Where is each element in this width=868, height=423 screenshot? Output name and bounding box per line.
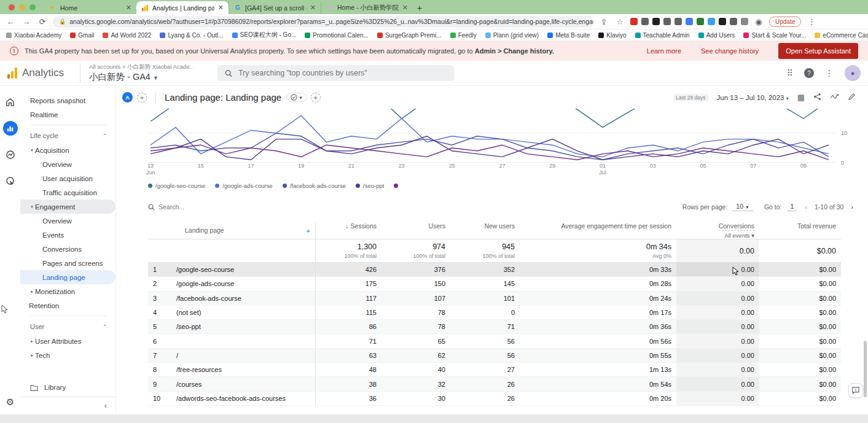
advertising-nav-icon[interactable] xyxy=(3,174,18,188)
browser-tab[interactable]: Home - 小白新势学院✕ xyxy=(321,1,413,14)
column-header-conversions[interactable]: ConversionsAll events ▾ xyxy=(676,222,759,239)
reports-nav-icon[interactable] xyxy=(3,121,18,136)
admin-gear-icon[interactable]: ⚙ xyxy=(6,397,14,408)
expand-arrow-icon[interactable]: ▾ xyxy=(29,148,35,153)
sidebar-item-library[interactable]: Library xyxy=(20,378,115,397)
user-avatar[interactable]: ● xyxy=(845,65,861,81)
bookmark-item[interactable]: Klaviyo xyxy=(598,32,626,39)
add-report-icon[interactable]: + xyxy=(311,93,321,103)
sidebar-item-user-acquisition[interactable]: User acquisition xyxy=(20,171,115,185)
edit-report-icon[interactable] xyxy=(848,93,856,103)
extension-icon[interactable] xyxy=(663,18,671,25)
sidebar-item-pages-and-screens[interactable]: Pages and screens xyxy=(20,256,115,270)
bookmark-item[interactable]: Xiaobai Academy xyxy=(6,32,61,39)
tab-close-icon[interactable]: ✕ xyxy=(402,4,408,12)
bookmark-item[interactable]: Add Users xyxy=(698,32,735,39)
sidebar-item-engagement[interactable]: ▾Engagement xyxy=(20,200,115,214)
expand-arrow-icon[interactable]: ▸ xyxy=(29,339,35,344)
legend-item[interactable]: /google-ads-course xyxy=(215,182,272,189)
profile-avatar-icon[interactable]: ◉ xyxy=(753,17,764,26)
sidebar-item-retention[interactable]: Retention xyxy=(20,298,115,312)
tab-close-icon[interactable]: ✕ xyxy=(310,4,316,12)
sidebar-item-realtime[interactable]: Realtime xyxy=(20,107,115,122)
table-row[interactable]: 4(not set)1157800m 17s0.00$0.00 xyxy=(148,306,841,320)
tab-close-icon[interactable]: ✕ xyxy=(218,4,224,12)
bookmark-item[interactable]: eCommerce Case... xyxy=(815,32,868,39)
column-header-users[interactable]: Users xyxy=(381,222,450,230)
bookmark-star-icon[interactable]: ☆ xyxy=(614,17,625,26)
sessions-line-chart[interactable]: 10 0 xyxy=(148,109,836,163)
share-report-icon[interactable] xyxy=(813,93,821,103)
google-apps-grid-icon[interactable]: ⠿ xyxy=(787,68,793,78)
comparison-chip-all-users[interactable]: A xyxy=(122,92,133,103)
search-input[interactable] xyxy=(238,69,447,77)
table-search[interactable] xyxy=(148,203,232,211)
help-icon[interactable]: ? xyxy=(804,68,814,78)
bookmark-item[interactable]: Meta B-suite xyxy=(547,32,590,39)
bookmark-item[interactable]: Feedly xyxy=(450,32,477,39)
extension-icon[interactable] xyxy=(686,18,693,25)
table-search-input[interactable] xyxy=(158,203,232,211)
browser-tab[interactable]: G[GA4] Set up a scroll conversi✕ xyxy=(229,1,321,14)
sidebar-item-events[interactable]: Events xyxy=(20,228,115,242)
rows-per-page-select[interactable]: 10 ▼ xyxy=(732,203,753,211)
sidebar-section-user[interactable]: User⌃ xyxy=(20,319,115,334)
home-nav-icon[interactable] xyxy=(3,95,18,109)
extension-icon[interactable] xyxy=(674,18,682,25)
bookmark-item[interactable]: Lyang & Co. - Outl... xyxy=(160,32,223,39)
bookmark-item[interactable]: SurgeGraph Premi... xyxy=(377,32,442,39)
bookmark-item[interactable]: Teachable Admin xyxy=(635,32,690,39)
table-row[interactable]: 1/google-seo-course4263763520m 33s0.00$0… xyxy=(148,263,841,277)
legend-item[interactable] xyxy=(394,184,398,188)
back-icon[interactable]: ← xyxy=(5,17,16,26)
goto-page-input[interactable]: 1 xyxy=(787,203,798,211)
collapse-sidenav-icon[interactable]: ‹ xyxy=(104,402,107,410)
extension-icon[interactable] xyxy=(630,18,638,25)
table-row[interactable]: 7/6362560m 55s0.00$0.00 xyxy=(148,349,841,363)
column-header-total-revenue[interactable]: Total revenue xyxy=(759,222,841,230)
tab-close-icon[interactable]: ✕ xyxy=(126,4,131,12)
reload-icon[interactable]: ⟳ xyxy=(37,17,48,26)
account-switcher[interactable]: All accounts > 小白新势 Xiaobai Acade.. 小白新势… xyxy=(80,63,193,83)
browser-tab[interactable]: Analytics | Landing page: Land✕ xyxy=(136,1,229,14)
zoom-window-button[interactable] xyxy=(29,4,36,10)
sidebar-item-tech[interactable]: ▸Tech xyxy=(20,348,115,362)
bookmark-item[interactable]: SEO课程大纲 - Go... xyxy=(232,31,297,39)
column-header-landing-page[interactable]: Landing page+ xyxy=(171,222,316,239)
table-row[interactable]: 67165560m 56s0.00$0.00 xyxy=(148,334,841,348)
conversions-events-filter[interactable]: All events ▾ xyxy=(681,232,754,239)
collapse-chevron-icon[interactable]: ⌃ xyxy=(103,133,107,139)
collapse-chevron-icon[interactable]: ⌃ xyxy=(103,324,107,330)
extension-icon[interactable] xyxy=(730,18,737,25)
close-window-button[interactable] xyxy=(9,4,15,10)
add-comparison-icon[interactable]: + xyxy=(137,93,147,103)
sidebar-section-life-cycle[interactable]: Life cycle⌃ xyxy=(20,128,115,143)
sidebar-item-acquisition[interactable]: ▾Acquisition xyxy=(20,143,115,157)
column-header-sessions[interactable]: ↓ Sessions xyxy=(316,222,381,230)
browser-tab[interactable]: ♥Home✕ xyxy=(44,1,136,14)
learn-more-link[interactable]: Learn more xyxy=(647,47,681,55)
extension-icon[interactable] xyxy=(741,18,748,25)
bookmark-item[interactable]: Plann (grid view) xyxy=(485,32,539,39)
ga-search-box[interactable] xyxy=(217,65,454,81)
sidebar-item-user-attributes[interactable]: ▸User Attributes xyxy=(20,334,115,348)
column-header-average-engagement-time-per-session[interactable]: Average engagement time per session xyxy=(520,222,676,230)
bookmark-item[interactable]: Gmail xyxy=(70,32,94,39)
bookmark-item[interactable]: Start & Scale Your... xyxy=(743,32,806,39)
browser-menu-icon[interactable]: ⋮ xyxy=(806,17,817,26)
sidebar-item-overview[interactable]: Overview xyxy=(20,157,115,171)
new-tab-button[interactable]: + xyxy=(413,1,426,14)
sidebar-item-monetization[interactable]: ▸Monetization xyxy=(20,284,115,298)
open-setup-assistant-button[interactable]: Open Setup Assistant xyxy=(778,43,858,59)
explore-nav-icon[interactable] xyxy=(3,147,18,162)
legend-item[interactable]: /google-seo-course xyxy=(148,182,205,189)
column-header-new-users[interactable]: New users xyxy=(450,222,520,230)
table-row[interactable]: 5/seo-ppt8678710m 36s0.00$0.00 xyxy=(148,320,841,334)
report-data-quality-chip[interactable]: ▾ xyxy=(286,93,307,102)
bookmark-item[interactable]: Ad World 2022 xyxy=(103,32,151,39)
add-dimension-icon[interactable]: + xyxy=(307,227,310,235)
sidebar-item-reports-snapshot[interactable]: Reports snapshot xyxy=(20,93,115,107)
table-row[interactable]: 9/courses3832260m 54s0.00$0.00 xyxy=(148,377,841,391)
chrome-update-button[interactable]: Update xyxy=(769,17,801,27)
legend-item[interactable]: /facebook-ads-course xyxy=(283,182,346,189)
